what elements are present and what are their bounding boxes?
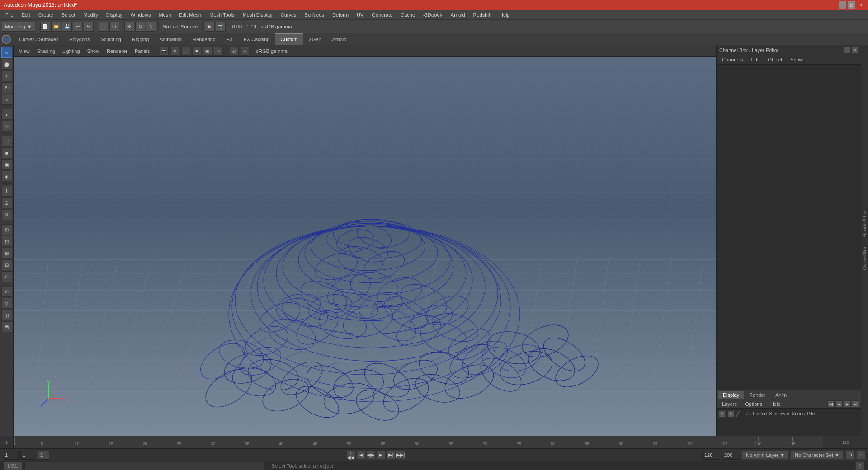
rotate-tool-button[interactable]: ↻ — [135, 22, 145, 32]
mode-dropdown[interactable]: Modeling ▼ — [2, 22, 35, 32]
minimize-button[interactable]: − — [839, 1, 846, 9]
vp-texture-btn[interactable]: ▣ — [203, 47, 212, 56]
camera-btn[interactable]: ⊙ — [1, 286, 12, 297]
snap-curve-btn[interactable]: ⊡ — [1, 236, 12, 247]
layers-fwd-btn[interactable]: ▶ — [844, 400, 851, 408]
menu-deform[interactable]: Deform — [329, 11, 352, 19]
snapshot-button[interactable]: 📷 — [216, 22, 226, 32]
vp-menu-renderer[interactable]: Renderer — [104, 47, 130, 55]
menu-cache[interactable]: Cache — [397, 11, 419, 19]
menu-windows[interactable]: Windows — [127, 11, 155, 19]
range-end-input[interactable] — [722, 451, 740, 460]
menu-display[interactable]: Display — [103, 11, 126, 19]
tab-curves-surfaces[interactable]: Curves / Surfaces — [14, 33, 64, 45]
frame-current-input[interactable] — [20, 451, 36, 460]
snap-live-btn[interactable]: ⊝ — [1, 271, 12, 282]
hypershade-btn[interactable]: ◫ — [1, 310, 12, 320]
menu-help[interactable]: Help — [496, 11, 514, 19]
vp-camera-btn[interactable]: 📷 — [160, 47, 169, 56]
layers-tab-help[interactable]: Help — [767, 400, 784, 408]
tab-rendering[interactable]: Rendering — [187, 33, 221, 45]
layer-1-btn[interactable]: 1 — [1, 186, 12, 197]
layers-tab-options[interactable]: Options — [741, 400, 766, 408]
lasso-select-button[interactable]: ⬡ — [109, 22, 119, 32]
render-button[interactable]: ▶ — [205, 22, 215, 32]
snap-point-btn[interactable]: ⊠ — [1, 248, 12, 258]
menu-edit-mesh[interactable]: Edit Mesh — [175, 11, 205, 19]
menu-mesh-display[interactable]: Mesh Display — [239, 11, 276, 19]
layer-2-btn[interactable]: 2 — [1, 197, 12, 208]
vp-menu-shading[interactable]: Shading — [34, 47, 58, 55]
timeline-track[interactable]: 1510152025303540455055606570758085909510… — [14, 436, 823, 449]
menu-curves[interactable]: Curves — [277, 11, 300, 19]
anim-layer-dropdown[interactable]: No Anim Layer ▼ — [742, 451, 789, 459]
menu-mesh[interactable]: Mesh — [155, 11, 175, 19]
pb-prev-frame-btn[interactable]: |◀ — [356, 451, 365, 460]
move-tool-left[interactable]: ✛ — [1, 70, 12, 81]
disp-tab-render[interactable]: Render — [745, 391, 770, 399]
rotate-tool-left[interactable]: ↻ — [1, 82, 12, 93]
tab-animation[interactable]: Animation — [154, 33, 187, 45]
layer-vis-btn[interactable]: V — [718, 410, 726, 418]
pb-play-back-btn[interactable]: ◀▶ — [366, 451, 375, 460]
tab-sculpting[interactable]: Sculpting — [95, 33, 127, 45]
ch-tab-channels[interactable]: Channels — [718, 56, 746, 63]
menu-select[interactable]: Select — [58, 11, 79, 19]
menu-file[interactable]: File — [2, 11, 17, 19]
disp-tab-display[interactable]: Display — [718, 391, 744, 399]
isolate-btn[interactable]: ◎ — [1, 298, 12, 309]
layer-row[interactable]: V P ╱… /...:Peeled_Sunflower_Seeds_Pile — [717, 409, 861, 419]
viewport-canvas[interactable]: x y persp — [14, 57, 716, 436]
tab-xgen[interactable]: XGen — [303, 33, 326, 45]
vp-menu-show[interactable]: Show — [85, 47, 103, 55]
redo-button[interactable]: ↪ — [84, 22, 94, 32]
vp-solid-btn[interactable]: ■ — [192, 47, 201, 56]
new-scene-button[interactable]: 📄 — [40, 22, 50, 32]
show-manipulator-btn[interactable]: ⊹ — [1, 121, 12, 132]
scale-tool-left[interactable]: ⤡ — [1, 94, 12, 105]
soft-select-btn[interactable]: ⬧ — [1, 109, 12, 120]
select-tool-left[interactable]: ↖ — [1, 47, 12, 58]
vp-menu-view[interactable]: View — [16, 47, 33, 55]
range-start-input[interactable] — [702, 451, 720, 460]
channel-box-minimize[interactable]: − — [844, 47, 850, 53]
save-scene-button[interactable]: 💾 — [62, 22, 72, 32]
disp-tab-anim[interactable]: Anim — [771, 391, 791, 399]
snap-surface-btn[interactable]: ⊟ — [1, 259, 12, 270]
attribute-editor-tab[interactable]: Attribute Editor Channel Box — [861, 45, 868, 436]
menu-arnold[interactable]: Arnold — [447, 11, 469, 19]
ch-tab-edit[interactable]: Edit — [747, 56, 763, 63]
vp-menu-panels[interactable]: Panels — [132, 47, 153, 55]
move-tool-button[interactable]: ✛ — [124, 22, 134, 32]
paint-select-btn[interactable]: ⬤ — [1, 59, 12, 70]
open-scene-button[interactable]: 📂 — [51, 22, 61, 32]
menu-modify[interactable]: Modify — [80, 11, 101, 19]
layers-rewind-btn[interactable]: |◀ — [827, 400, 835, 408]
channel-box-close[interactable]: × — [852, 47, 858, 53]
frame-step-input[interactable] — [38, 451, 49, 460]
menu-mesh-tools[interactable]: Mesh Tools — [206, 11, 238, 19]
vp-hud-btn[interactable]: ⊹ — [241, 47, 250, 56]
light-btn[interactable]: ◈ — [1, 171, 12, 182]
texture-btn[interactable]: ▣ — [1, 159, 12, 170]
pb-next-frame-btn[interactable]: ▶| — [386, 451, 395, 460]
tab-polygons[interactable]: Polygons — [64, 33, 95, 45]
pb-play-fwd-btn[interactable]: ▶ — [376, 451, 385, 460]
pb-next-key-btn[interactable]: ▶▶| — [396, 451, 405, 460]
select-tool-button[interactable]: ⬚ — [99, 22, 108, 32]
char-set-dropdown[interactable]: No Character Set ▼ — [791, 451, 844, 459]
scale-tool-button[interactable]: ⤡ — [146, 22, 156, 32]
title-bar-controls[interactable]: − □ × — [839, 1, 864, 9]
snap-grid-btn[interactable]: ⊞ — [1, 224, 12, 235]
tab-custom[interactable]: Custom — [275, 33, 303, 45]
vp-isolate-btn[interactable]: ◎ — [230, 47, 239, 56]
layers-end-btn[interactable]: ▶| — [852, 400, 859, 408]
layer-3-btn[interactable]: 3 — [1, 209, 12, 220]
vp-menu-lighting[interactable]: Lighting — [60, 47, 83, 55]
layers-back-btn[interactable]: ◀ — [835, 400, 843, 408]
tab-fx-caching[interactable]: FX Caching — [238, 33, 275, 45]
menu-3dtall[interactable]: -3DtoAll- — [420, 11, 446, 19]
menu-surfaces[interactable]: Surfaces — [301, 11, 328, 19]
menu-redshift[interactable]: Redshift — [470, 11, 495, 19]
pb-prev-key-btn[interactable]: |◀◀ — [346, 451, 355, 460]
